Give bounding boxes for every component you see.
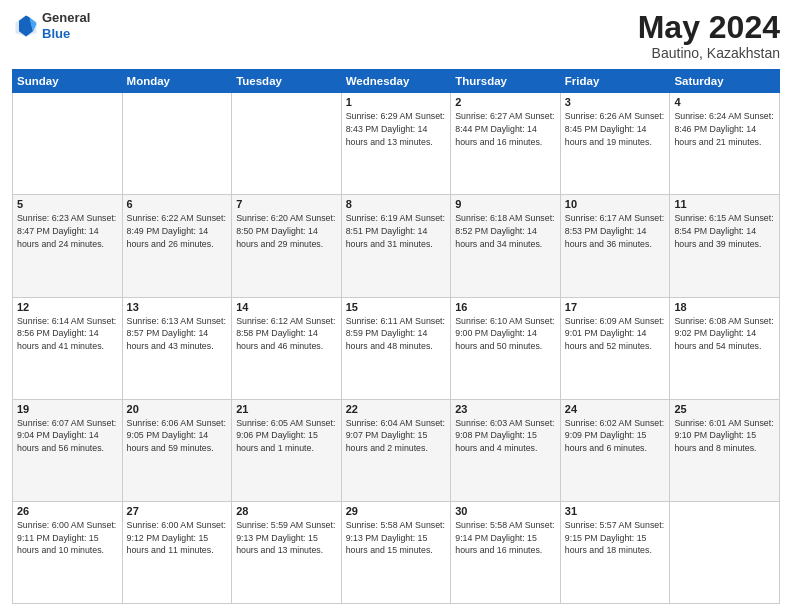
day-number: 25 xyxy=(674,403,775,415)
calendar-cell: 27Sunrise: 6:00 AM Sunset: 9:12 PM Dayli… xyxy=(122,501,232,603)
calendar-cell: 30Sunrise: 5:58 AM Sunset: 9:14 PM Dayli… xyxy=(451,501,561,603)
day-number: 27 xyxy=(127,505,228,517)
day-info: Sunrise: 6:11 AM Sunset: 8:59 PM Dayligh… xyxy=(346,315,447,353)
day-number: 24 xyxy=(565,403,666,415)
day-info: Sunrise: 6:29 AM Sunset: 8:43 PM Dayligh… xyxy=(346,110,447,148)
calendar-cell: 2Sunrise: 6:27 AM Sunset: 8:44 PM Daylig… xyxy=(451,93,561,195)
day-info: Sunrise: 6:13 AM Sunset: 8:57 PM Dayligh… xyxy=(127,315,228,353)
day-number: 10 xyxy=(565,198,666,210)
day-info: Sunrise: 6:03 AM Sunset: 9:08 PM Dayligh… xyxy=(455,417,556,455)
calendar-cell: 4Sunrise: 6:24 AM Sunset: 8:46 PM Daylig… xyxy=(670,93,780,195)
logo-general-text: General xyxy=(42,10,90,26)
day-number: 20 xyxy=(127,403,228,415)
day-info: Sunrise: 6:15 AM Sunset: 8:54 PM Dayligh… xyxy=(674,212,775,250)
day-info: Sunrise: 5:58 AM Sunset: 9:13 PM Dayligh… xyxy=(346,519,447,557)
day-info: Sunrise: 6:10 AM Sunset: 9:00 PM Dayligh… xyxy=(455,315,556,353)
day-info: Sunrise: 6:24 AM Sunset: 8:46 PM Dayligh… xyxy=(674,110,775,148)
logo-text: General Blue xyxy=(42,10,90,41)
day-number: 11 xyxy=(674,198,775,210)
calendar-cell: 21Sunrise: 6:05 AM Sunset: 9:06 PM Dayli… xyxy=(232,399,342,501)
day-info: Sunrise: 6:23 AM Sunset: 8:47 PM Dayligh… xyxy=(17,212,118,250)
calendar-cell: 29Sunrise: 5:58 AM Sunset: 9:13 PM Dayli… xyxy=(341,501,451,603)
calendar-cell xyxy=(232,93,342,195)
col-header-thursday: Thursday xyxy=(451,70,561,93)
day-number: 1 xyxy=(346,96,447,108)
calendar-table: SundayMondayTuesdayWednesdayThursdayFrid… xyxy=(12,69,780,604)
day-info: Sunrise: 5:59 AM Sunset: 9:13 PM Dayligh… xyxy=(236,519,337,557)
day-number: 17 xyxy=(565,301,666,313)
day-number: 23 xyxy=(455,403,556,415)
day-number: 14 xyxy=(236,301,337,313)
col-header-saturday: Saturday xyxy=(670,70,780,93)
calendar-week-row: 19Sunrise: 6:07 AM Sunset: 9:04 PM Dayli… xyxy=(13,399,780,501)
day-info: Sunrise: 6:20 AM Sunset: 8:50 PM Dayligh… xyxy=(236,212,337,250)
day-info: Sunrise: 5:57 AM Sunset: 9:15 PM Dayligh… xyxy=(565,519,666,557)
day-number: 2 xyxy=(455,96,556,108)
logo: General Blue xyxy=(12,10,90,41)
calendar-cell: 20Sunrise: 6:06 AM Sunset: 9:05 PM Dayli… xyxy=(122,399,232,501)
calendar-cell: 16Sunrise: 6:10 AM Sunset: 9:00 PM Dayli… xyxy=(451,297,561,399)
calendar-cell: 6Sunrise: 6:22 AM Sunset: 8:49 PM Daylig… xyxy=(122,195,232,297)
day-info: Sunrise: 5:58 AM Sunset: 9:14 PM Dayligh… xyxy=(455,519,556,557)
day-number: 29 xyxy=(346,505,447,517)
col-header-monday: Monday xyxy=(122,70,232,93)
logo-blue-text: Blue xyxy=(42,26,90,42)
day-number: 12 xyxy=(17,301,118,313)
col-header-friday: Friday xyxy=(560,70,670,93)
calendar-cell: 14Sunrise: 6:12 AM Sunset: 8:58 PM Dayli… xyxy=(232,297,342,399)
calendar-title: May 2024 xyxy=(638,10,780,45)
day-info: Sunrise: 6:18 AM Sunset: 8:52 PM Dayligh… xyxy=(455,212,556,250)
day-info: Sunrise: 6:06 AM Sunset: 9:05 PM Dayligh… xyxy=(127,417,228,455)
day-info: Sunrise: 6:01 AM Sunset: 9:10 PM Dayligh… xyxy=(674,417,775,455)
calendar-header-row: SundayMondayTuesdayWednesdayThursdayFrid… xyxy=(13,70,780,93)
day-info: Sunrise: 6:02 AM Sunset: 9:09 PM Dayligh… xyxy=(565,417,666,455)
day-number: 9 xyxy=(455,198,556,210)
day-info: Sunrise: 6:26 AM Sunset: 8:45 PM Dayligh… xyxy=(565,110,666,148)
calendar-week-row: 5Sunrise: 6:23 AM Sunset: 8:47 PM Daylig… xyxy=(13,195,780,297)
header: General Blue May 2024 Bautino, Kazakhsta… xyxy=(12,10,780,61)
calendar-cell: 10Sunrise: 6:17 AM Sunset: 8:53 PM Dayli… xyxy=(560,195,670,297)
col-header-wednesday: Wednesday xyxy=(341,70,451,93)
calendar-cell: 5Sunrise: 6:23 AM Sunset: 8:47 PM Daylig… xyxy=(13,195,123,297)
calendar-cell xyxy=(670,501,780,603)
day-info: Sunrise: 6:09 AM Sunset: 9:01 PM Dayligh… xyxy=(565,315,666,353)
day-number: 22 xyxy=(346,403,447,415)
day-number: 5 xyxy=(17,198,118,210)
day-info: Sunrise: 6:14 AM Sunset: 8:56 PM Dayligh… xyxy=(17,315,118,353)
calendar-cell: 22Sunrise: 6:04 AM Sunset: 9:07 PM Dayli… xyxy=(341,399,451,501)
calendar-week-row: 1Sunrise: 6:29 AM Sunset: 8:43 PM Daylig… xyxy=(13,93,780,195)
calendar-cell xyxy=(122,93,232,195)
day-number: 31 xyxy=(565,505,666,517)
title-block: May 2024 Bautino, Kazakhstan xyxy=(638,10,780,61)
day-info: Sunrise: 6:00 AM Sunset: 9:11 PM Dayligh… xyxy=(17,519,118,557)
calendar-cell: 13Sunrise: 6:13 AM Sunset: 8:57 PM Dayli… xyxy=(122,297,232,399)
calendar-cell: 17Sunrise: 6:09 AM Sunset: 9:01 PM Dayli… xyxy=(560,297,670,399)
day-number: 30 xyxy=(455,505,556,517)
calendar-cell: 7Sunrise: 6:20 AM Sunset: 8:50 PM Daylig… xyxy=(232,195,342,297)
calendar-cell: 19Sunrise: 6:07 AM Sunset: 9:04 PM Dayli… xyxy=(13,399,123,501)
day-number: 6 xyxy=(127,198,228,210)
calendar-cell: 28Sunrise: 5:59 AM Sunset: 9:13 PM Dayli… xyxy=(232,501,342,603)
day-number: 4 xyxy=(674,96,775,108)
day-number: 8 xyxy=(346,198,447,210)
col-header-sunday: Sunday xyxy=(13,70,123,93)
day-number: 13 xyxy=(127,301,228,313)
calendar-cell: 11Sunrise: 6:15 AM Sunset: 8:54 PM Dayli… xyxy=(670,195,780,297)
day-number: 19 xyxy=(17,403,118,415)
calendar-cell: 8Sunrise: 6:19 AM Sunset: 8:51 PM Daylig… xyxy=(341,195,451,297)
calendar-cell: 18Sunrise: 6:08 AM Sunset: 9:02 PM Dayli… xyxy=(670,297,780,399)
day-number: 16 xyxy=(455,301,556,313)
calendar-cell: 9Sunrise: 6:18 AM Sunset: 8:52 PM Daylig… xyxy=(451,195,561,297)
day-info: Sunrise: 6:12 AM Sunset: 8:58 PM Dayligh… xyxy=(236,315,337,353)
calendar-cell: 12Sunrise: 6:14 AM Sunset: 8:56 PM Dayli… xyxy=(13,297,123,399)
day-number: 18 xyxy=(674,301,775,313)
calendar-week-row: 12Sunrise: 6:14 AM Sunset: 8:56 PM Dayli… xyxy=(13,297,780,399)
calendar-cell: 25Sunrise: 6:01 AM Sunset: 9:10 PM Dayli… xyxy=(670,399,780,501)
calendar-cell: 31Sunrise: 5:57 AM Sunset: 9:15 PM Dayli… xyxy=(560,501,670,603)
day-number: 15 xyxy=(346,301,447,313)
day-info: Sunrise: 6:07 AM Sunset: 9:04 PM Dayligh… xyxy=(17,417,118,455)
calendar-week-row: 26Sunrise: 6:00 AM Sunset: 9:11 PM Dayli… xyxy=(13,501,780,603)
calendar-location: Bautino, Kazakhstan xyxy=(638,45,780,61)
calendar-cell: 23Sunrise: 6:03 AM Sunset: 9:08 PM Dayli… xyxy=(451,399,561,501)
day-info: Sunrise: 6:27 AM Sunset: 8:44 PM Dayligh… xyxy=(455,110,556,148)
